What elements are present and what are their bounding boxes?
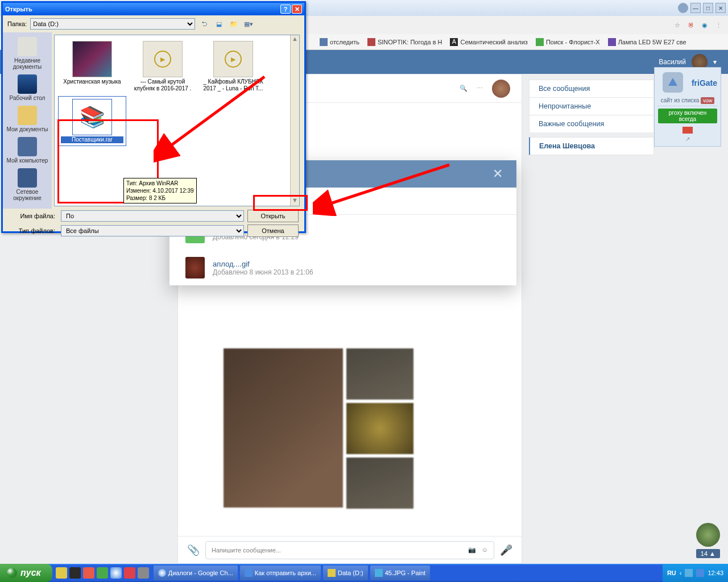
- bookmark-label: SINOPTIK: Погода в Н: [378, 39, 442, 45]
- bookmark-item[interactable]: Поиск - Флорист-X: [536, 38, 600, 46]
- task-label: Диалоги - Google Ch...: [168, 569, 233, 576]
- file-name: Христианская музыка: [60, 78, 124, 85]
- sidebar-mycomputer[interactable]: Мой компьютер: [6, 136, 49, 165]
- arrow-link-icon[interactable]: ↗: [658, 136, 717, 142]
- photo-thumb[interactable]: [346, 403, 413, 454]
- tray-icon[interactable]: [685, 569, 693, 577]
- task-label: 45.JPG - Paint: [385, 569, 426, 576]
- new-count: 14 ▲: [696, 549, 720, 558]
- frigate-logo-icon: [663, 72, 683, 93]
- file-item-media[interactable]: ▶ --- Самый крутой клубняк в 2016-2017 .: [129, 39, 197, 94]
- bookmark-label: Поиск - Флорист-X: [546, 39, 600, 45]
- close-window-button[interactable]: ✕: [715, 3, 726, 13]
- file-name: --- Самый крутой клубняк в 2016-2017 .: [131, 78, 195, 92]
- ql-yandex-icon[interactable]: [124, 567, 135, 579]
- ql-chrome-icon[interactable]: [110, 567, 122, 579]
- start-button[interactable]: пуск: [0, 564, 52, 582]
- bookmark-item[interactable]: Лампа LED 5W E27 све: [608, 38, 686, 46]
- upload-file-row[interactable]: аплод....gif Добавлено 8 июня 2013 в 21:…: [169, 250, 516, 285]
- help-button[interactable]: ?: [280, 5, 291, 14]
- taskbar: пуск Диалоги - Google Ch... Как отправит…: [0, 564, 728, 582]
- filetype-dropdown[interactable]: Все файлы: [61, 225, 244, 236]
- avatar[interactable]: [492, 80, 510, 98]
- open-button[interactable]: Открыть: [247, 210, 299, 222]
- frigate-proxy-status[interactable]: proxy включен всегда: [658, 109, 717, 123]
- sidebar-network[interactable]: Сетевое окружение: [3, 167, 52, 202]
- message-input[interactable]: Напишите сообщение... 📷 ☺: [205, 541, 494, 559]
- task-button[interactable]: Диалоги - Google Ch...: [154, 566, 238, 580]
- dialog-toolbar: Папка: Data (D:) ⮌ ⬓ 📁 ▦▾: [3, 15, 304, 32]
- bookmark-label: Лампа LED 5W E27 све: [618, 39, 686, 45]
- ql-icon[interactable]: [56, 567, 67, 579]
- user-icon[interactable]: [678, 3, 688, 13]
- filename-input[interactable]: По: [61, 210, 244, 222]
- maximize-button[interactable]: □: [703, 3, 713, 13]
- search-icon[interactable]: 🔍: [460, 85, 468, 92]
- cancel-button[interactable]: Отмена: [247, 225, 299, 237]
- bookmark-label: Семантический анализ: [460, 39, 527, 45]
- bookmark-item[interactable]: AСемантический анализ: [450, 38, 527, 46]
- close-button[interactable]: ✕: [292, 5, 302, 14]
- placeholder-text: Напишите сообщение...: [212, 547, 281, 554]
- emoji-icon[interactable]: ☺: [482, 546, 488, 554]
- media-thumb-icon: ▶: [143, 41, 183, 77]
- chevron-down-icon[interactable]: ▾: [713, 58, 717, 66]
- task-button[interactable]: Data (D:): [323, 566, 368, 580]
- annotation-box: [253, 195, 308, 211]
- sidebar-label: Недавние документы: [13, 57, 42, 70]
- close-icon[interactable]: ✕: [493, 167, 503, 181]
- photo-thumb[interactable]: [224, 348, 343, 508]
- flag-icon: [682, 127, 693, 134]
- filter-important[interactable]: Важные сообщения: [529, 115, 654, 132]
- task-button[interactable]: 45.JPG - Paint: [370, 566, 431, 580]
- minimize-button[interactable]: —: [690, 3, 701, 13]
- ql-icon[interactable]: [97, 567, 108, 579]
- quicklaunch: [52, 567, 152, 579]
- up-icon[interactable]: ⬓: [213, 18, 225, 30]
- dialog-titlebar[interactable]: Открыть ? ✕: [3, 3, 304, 15]
- file-open-dialog: Открыть ? ✕ Папка: Data (D:) ⮌ ⬓ 📁 ▦▾ Не…: [1, 1, 306, 233]
- tray-expand-icon[interactable]: ‹: [680, 569, 682, 576]
- file-item-folder[interactable]: Христианская музыка: [58, 39, 126, 94]
- ql-icon[interactable]: [69, 567, 81, 579]
- filter-current[interactable]: Елена Шевцова: [529, 137, 654, 155]
- menu-icon[interactable]: ⋮: [713, 20, 723, 30]
- filter-unread[interactable]: Непрочитанные: [529, 97, 654, 115]
- language-indicator[interactable]: RU: [667, 569, 676, 576]
- start-label: пуск: [20, 568, 41, 578]
- message-photos: [224, 348, 476, 509]
- tooltip-line: Изменен: 4.10.2017 12:39: [126, 187, 194, 194]
- scrollbar[interactable]: ▲ ▼: [290, 35, 299, 206]
- attach-icon[interactable]: 📎: [187, 544, 200, 556]
- clock[interactable]: 12:43: [708, 569, 723, 576]
- star-icon[interactable]: ☆: [672, 20, 682, 30]
- frigate-widget: friGate сайт из списка vow proxy включен…: [654, 67, 721, 147]
- photo-thumb[interactable]: [346, 458, 413, 509]
- folder-dropdown[interactable]: Data (D:): [30, 18, 195, 30]
- sidebar-label: Сетевое окружение: [13, 189, 41, 201]
- views-icon[interactable]: ▦▾: [243, 18, 254, 30]
- mic-icon[interactable]: 🎤: [500, 544, 512, 556]
- new-folder-icon[interactable]: 📁: [228, 18, 239, 30]
- tray-icon[interactable]: [696, 569, 704, 577]
- shield-icon[interactable]: ⛨: [686, 20, 696, 30]
- photo-thumb[interactable]: [346, 348, 413, 400]
- bookmark-item[interactable]: SINOPTIK: Погода в Н: [367, 38, 442, 46]
- ql-icon[interactable]: [138, 567, 149, 579]
- camera-icon[interactable]: 📷: [468, 546, 476, 554]
- sidebar-recent[interactable]: Недавние документы: [3, 36, 52, 71]
- vk-username[interactable]: Василий: [659, 58, 686, 66]
- file-item-media[interactable]: ▶ _ Кайфовый КЛУБНЯК 2017 _ - Luna - Run…: [199, 39, 267, 94]
- filter-all[interactable]: Все сообщения: [529, 80, 654, 97]
- sidebar-mydocs[interactable]: Мои документы: [6, 105, 49, 134]
- sidebar-desktop[interactable]: Рабочий стол: [9, 73, 47, 102]
- vk-right-panel: Все сообщения Непрочитанные Важные сообщ…: [529, 74, 654, 564]
- scroll-bottom-button[interactable]: 14 ▲: [696, 523, 720, 558]
- message-bar: 📎 Напишите сообщение... 📷 ☺ 🎤: [178, 536, 522, 563]
- more-icon[interactable]: ⋯: [477, 85, 483, 92]
- back-icon[interactable]: ⮌: [198, 18, 210, 30]
- ext-p-icon[interactable]: ◉: [700, 20, 710, 30]
- ql-icon[interactable]: [83, 567, 94, 579]
- task-button[interactable]: Как отправить архи...: [240, 566, 321, 580]
- bookmark-item[interactable]: отследить: [320, 38, 359, 46]
